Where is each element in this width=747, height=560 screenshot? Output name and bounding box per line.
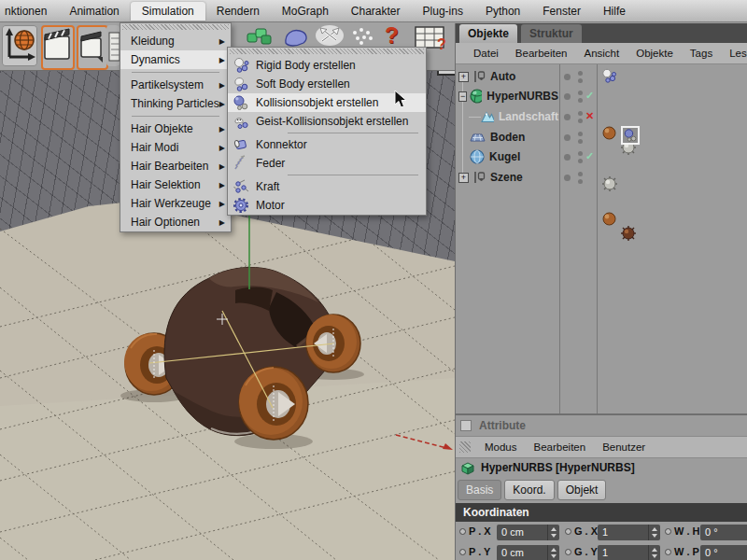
keyframe-circle[interactable]: [459, 549, 466, 555]
menu-item-feder[interactable]: Feder: [228, 154, 426, 173]
menu-item-rigid-body[interactable]: Rigid Body erstellen: [228, 56, 426, 75]
attr-menu-bearbeiten[interactable]: Bearbeiten: [526, 441, 595, 453]
menu-item-thinking-particles[interactable]: Thinking Particles▶: [120, 94, 231, 113]
tab-basis[interactable]: Basis: [458, 480, 501, 500]
visibility-dot[interactable]: [578, 159, 583, 163]
attr-menu-benutzer[interactable]: Benutzer: [594, 441, 654, 453]
visibility-dot[interactable]: [578, 179, 583, 184]
spinner-control[interactable]: [648, 525, 660, 540]
menu-item-hair-modi[interactable]: Hair Modi▶: [120, 138, 231, 157]
menu-plugins[interactable]: Plug-ins: [412, 2, 474, 21]
menu-tearoff-strip[interactable]: [230, 49, 424, 54]
layer-dot[interactable]: [564, 93, 571, 100]
layer-dot[interactable]: [564, 114, 571, 120]
spinner-control[interactable]: [547, 525, 559, 540]
material-tag[interactable]: [601, 125, 617, 141]
collision-body-tag-selected[interactable]: [621, 126, 640, 145]
render-settings-button[interactable]: [77, 25, 108, 70]
menu-item-motor[interactable]: Motor: [228, 196, 426, 215]
wp-input[interactable]: 0 °: [700, 545, 747, 560]
expand-toggle[interactable]: +: [458, 72, 469, 82]
visibility-dot[interactable]: [578, 139, 583, 144]
tab-koord[interactable]: Koord.: [504, 480, 554, 500]
menu-python[interactable]: Python: [474, 2, 531, 21]
keyframe-circle[interactable]: [565, 549, 571, 555]
layer-dot[interactable]: [564, 154, 571, 161]
spinner-control[interactable]: [648, 545, 660, 560]
menu-fenster[interactable]: Fenster: [531, 2, 592, 21]
om-menu-datei[interactable]: Datei: [465, 48, 507, 59]
menu-charakter[interactable]: Charakter: [340, 2, 412, 21]
menu-hilfe[interactable]: Hilfe: [592, 2, 637, 21]
visibility-dot[interactable]: [578, 71, 583, 76]
tree-row-auto[interactable]: + Auto: [456, 67, 558, 86]
layer-dot[interactable]: [564, 134, 571, 141]
menu-item-kleidung[interactable]: Kleidung▶: [120, 32, 231, 50]
menu-item-geist-kollisionsobjekt[interactable]: Geist-Kollisionsobjekt erstellen: [228, 112, 426, 131]
tree-row-landschaft[interactable]: Landschaft: [456, 107, 558, 126]
menu-item-hair-bearbeiten[interactable]: Hair Bearbeiten▶: [120, 157, 231, 175]
layer-dot[interactable]: [564, 74, 571, 80]
visibility-dot[interactable]: [578, 91, 583, 95]
menu-item-hair-optionen[interactable]: Hair Optionen▶: [120, 213, 231, 231]
keyframe-circle[interactable]: [459, 528, 466, 535]
spinner-control[interactable]: [547, 545, 559, 560]
menu-item-konnektor[interactable]: Konnektor: [228, 135, 426, 154]
om-menu-bearbeiten[interactable]: Bearbeiten: [507, 48, 576, 59]
expand-toggle[interactable]: −: [458, 91, 467, 102]
menu-simulation[interactable]: Simulation: [131, 2, 205, 21]
visibility-dot[interactable]: [578, 119, 583, 123]
coordinate-system-button[interactable]: [2, 25, 37, 66]
om-menu-ansicht[interactable]: Ansicht: [575, 48, 627, 59]
render-view-button[interactable]: [41, 25, 75, 70]
help-icon[interactable]: ?: [385, 22, 399, 49]
tree-row-hypernurbs[interactable]: − HyperNURBS: [456, 87, 558, 105]
om-menu-lesezeichen[interactable]: Lese: [721, 48, 747, 59]
phong-tag[interactable]: [601, 175, 617, 191]
enabled-check[interactable]: ✓: [585, 90, 594, 102]
tab-objekt[interactable]: Objekt: [557, 480, 607, 500]
phong-tag-dark[interactable]: [620, 225, 636, 241]
px-input[interactable]: 0 cm: [497, 525, 559, 540]
keyframe-circle[interactable]: [665, 528, 671, 535]
attr-menu-modus[interactable]: Modus: [476, 441, 526, 453]
visibility-dot[interactable]: [578, 111, 583, 116]
keyframe-circle[interactable]: [665, 549, 671, 555]
visibility-dot[interactable]: [578, 151, 583, 156]
layer-dot[interactable]: [564, 175, 571, 181]
expand-toggle[interactable]: +: [458, 173, 469, 183]
enabled-check[interactable]: ✓: [585, 150, 594, 162]
menu-item-hair-werkzeuge[interactable]: Hair Werkzeuge▶: [120, 194, 231, 213]
dynamics-body-tag[interactable]: [601, 68, 617, 84]
disabled-cross[interactable]: ✕: [585, 110, 594, 122]
coordinates-section-header[interactable]: Koordinaten: [456, 503, 747, 522]
tab-struktur[interactable]: Struktur: [521, 24, 582, 43]
material-tag[interactable]: [601, 211, 617, 227]
menu-item-hair-objekte[interactable]: Hair Objekte▶: [120, 119, 231, 138]
partial-button[interactable]: [106, 25, 120, 66]
gy-input[interactable]: 1: [598, 545, 660, 560]
visibility-dot[interactable]: [578, 132, 583, 136]
menu-item-hair-selektion[interactable]: Hair Selektion▶: [120, 175, 231, 194]
menu-tearoff-strip[interactable]: [122, 24, 229, 30]
visibility-dot[interactable]: [578, 98, 583, 103]
visibility-dot[interactable]: [578, 172, 583, 176]
tree-row-boden[interactable]: Boden: [456, 128, 558, 147]
tree-row-szene[interactable]: + Szene: [456, 168, 558, 187]
om-menu-objekte[interactable]: Objekte: [627, 48, 682, 59]
om-menu-tags[interactable]: Tags: [682, 48, 721, 59]
grip-handle-icon[interactable]: [459, 441, 471, 453]
menu-funktionen[interactable]: nktionen: [0, 2, 58, 21]
tab-objekte[interactable]: Objekte: [459, 24, 517, 43]
tree-row-kugel[interactable]: Kugel: [456, 147, 558, 166]
gx-input[interactable]: 1: [598, 525, 660, 540]
menu-mograph[interactable]: MoGraph: [271, 2, 340, 21]
menu-rendern[interactable]: Rendern: [205, 2, 271, 21]
menu-animation[interactable]: Animation: [58, 2, 130, 21]
visibility-dot[interactable]: [578, 78, 583, 83]
wh-input[interactable]: 0 °: [700, 525, 747, 540]
menu-item-kraft[interactable]: Kraft: [228, 177, 426, 196]
keyframe-circle[interactable]: [565, 528, 571, 535]
menu-item-dynamics[interactable]: Dynamics▶: [120, 50, 231, 69]
menu-item-partikelsystem[interactable]: Partikelsystem▶: [120, 76, 231, 94]
